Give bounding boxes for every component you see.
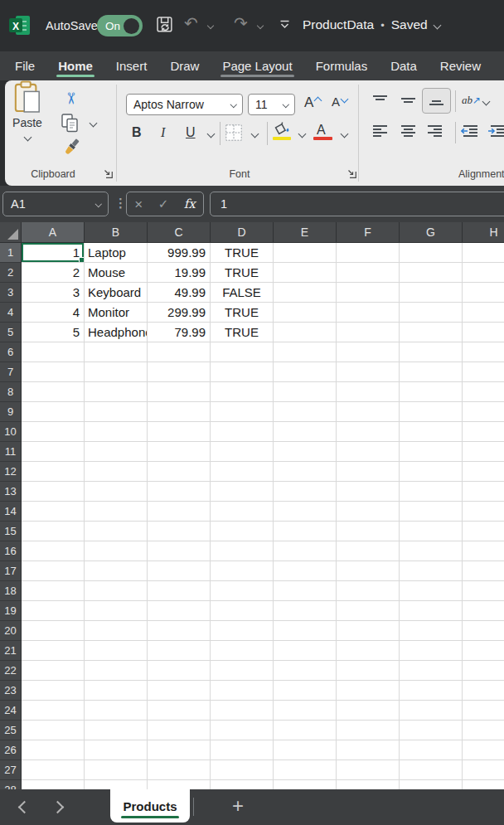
cell-F7[interactable] [337, 362, 400, 382]
font-color-bar[interactable] [313, 137, 332, 140]
cell-E10[interactable] [274, 422, 337, 442]
cell-F4[interactable] [337, 303, 400, 323]
row-header-19[interactable]: 19 [0, 601, 22, 621]
sheet-nav-right-icon[interactable] [51, 801, 65, 814]
orientation-button[interactable]: ab↗ [462, 92, 481, 107]
bottom-align-button-selected[interactable] [422, 88, 451, 114]
format-painter-icon[interactable] [61, 138, 81, 158]
fill-color-bucket-icon[interactable] [272, 122, 290, 135]
cell-G7[interactable] [400, 362, 463, 382]
cell-F5[interactable] [337, 323, 400, 342]
cell-C11[interactable] [148, 442, 211, 462]
cell-D24[interactable] [211, 701, 274, 721]
cell-G26[interactable] [400, 740, 463, 760]
column-header-F[interactable]: F [337, 222, 400, 242]
font-size-combo[interactable]: 11 [248, 94, 295, 115]
cell-E28[interactable] [274, 780, 337, 789]
cancel-button[interactable]: × [134, 197, 143, 211]
cell-D19[interactable] [211, 601, 274, 621]
sheet-tab-products[interactable]: Products [110, 789, 190, 823]
cell-D5[interactable]: TRUE [211, 323, 274, 342]
menu-tab-review[interactable]: Review [429, 51, 492, 80]
cell-G1[interactable] [400, 243, 463, 263]
cell-C22[interactable] [148, 661, 211, 681]
copy-icon[interactable] [61, 114, 79, 133]
cell-G27[interactable] [400, 760, 463, 780]
cell-E17[interactable] [274, 561, 337, 581]
cell-G8[interactable] [400, 382, 463, 402]
cell-B16[interactable] [85, 541, 148, 561]
cell-A16[interactable] [22, 541, 85, 561]
cell-A22[interactable] [22, 661, 85, 681]
cell-F9[interactable] [337, 402, 400, 422]
row-header-23[interactable]: 23 [0, 681, 22, 701]
underline-dropdown-chevron-icon[interactable] [207, 130, 216, 138]
increase-indent-icon[interactable] [488, 124, 504, 138]
font-dialog-launcher-icon[interactable] [347, 169, 356, 178]
quick-access-toolbar-icon[interactable] [279, 20, 290, 30]
column-header-A[interactable]: A [22, 222, 85, 242]
cell-E1[interactable] [274, 243, 337, 263]
row-header-27[interactable]: 27 [0, 760, 22, 780]
cell-B25[interactable] [85, 721, 148, 740]
font-name-combo[interactable]: Aptos Narrow [126, 94, 243, 115]
top-align-icon[interactable] [373, 94, 387, 107]
autosave-toggle[interactable]: On [97, 15, 143, 36]
cell-D20[interactable] [211, 621, 274, 641]
cell-F8[interactable] [337, 382, 400, 402]
cell-D28[interactable] [211, 780, 274, 789]
cell-F11[interactable] [337, 442, 400, 462]
redo-dropdown-chevron-icon[interactable] [257, 22, 264, 29]
cell-F19[interactable] [337, 601, 400, 621]
cell-E20[interactable] [274, 621, 337, 641]
cell-H25[interactable] [463, 721, 504, 740]
cell-H20[interactable] [463, 621, 504, 641]
italic-button[interactable]: I [161, 126, 165, 139]
cell-A4[interactable]: 4 [22, 303, 85, 323]
cell-C13[interactable] [148, 482, 211, 502]
row-header-4[interactable]: 4 [0, 303, 22, 323]
cell-A11[interactable] [22, 442, 85, 462]
cell-G18[interactable] [400, 581, 463, 601]
orientation-chevron-icon[interactable] [482, 98, 491, 106]
cell-D22[interactable] [211, 661, 274, 681]
cell-H10[interactable] [463, 422, 504, 442]
cell-C9[interactable] [148, 402, 211, 422]
row-header-5[interactable]: 5 [0, 323, 22, 342]
fill-color-chevron-icon[interactable] [298, 130, 307, 138]
cell-A18[interactable] [22, 581, 85, 601]
cell-C23[interactable] [148, 681, 211, 701]
cell-F20[interactable] [337, 621, 400, 641]
cell-B2[interactable]: Mouse [85, 263, 148, 283]
cell-C12[interactable] [148, 462, 211, 482]
cell-H4[interactable] [463, 303, 504, 323]
row-header-12[interactable]: 12 [0, 462, 22, 482]
cell-G25[interactable] [400, 721, 463, 740]
column-header-B[interactable]: B [85, 222, 148, 242]
cell-G2[interactable] [400, 263, 463, 283]
cell-E3[interactable] [274, 283, 337, 303]
row-header-24[interactable]: 24 [0, 701, 22, 721]
name-box[interactable]: A1 [2, 192, 109, 216]
cell-B14[interactable] [85, 502, 148, 522]
formula-input[interactable]: 1 [210, 192, 504, 216]
cell-G16[interactable] [400, 541, 463, 561]
cell-A14[interactable] [22, 502, 85, 522]
cell-F25[interactable] [337, 721, 400, 740]
cell-A19[interactable] [22, 601, 85, 621]
bold-button[interactable]: B [132, 126, 142, 139]
menu-tab-insert[interactable]: Insert [104, 51, 159, 80]
enter-button[interactable]: ✓ [158, 197, 169, 211]
row-header-2[interactable]: 2 [0, 263, 22, 283]
row-header-17[interactable]: 17 [0, 561, 22, 581]
cell-E15[interactable] [274, 522, 337, 541]
cut-icon[interactable]: ✂ [61, 92, 80, 105]
cell-D4[interactable]: TRUE [211, 303, 274, 323]
align-center-icon[interactable] [401, 124, 415, 138]
menu-tab-draw[interactable]: Draw [158, 51, 211, 80]
cell-H22[interactable] [463, 661, 504, 681]
cell-F1[interactable] [337, 243, 400, 263]
cell-C17[interactable] [148, 561, 211, 581]
increase-font-size-button[interactable]: A [304, 95, 313, 111]
cell-E7[interactable] [274, 362, 337, 382]
